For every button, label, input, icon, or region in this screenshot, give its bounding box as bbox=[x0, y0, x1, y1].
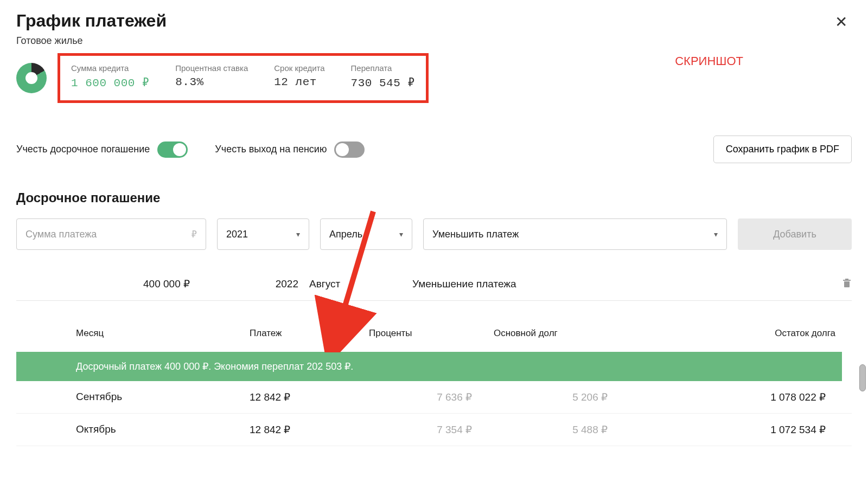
year-value: 2021 bbox=[226, 229, 248, 240]
cell-balance: 1 072 534 ₽ bbox=[618, 423, 852, 436]
stat-value: 8.3% bbox=[175, 76, 248, 88]
col-month: Месяц bbox=[76, 328, 250, 339]
chevron-down-icon: ▾ bbox=[399, 230, 403, 239]
cell-payment: 12 842 ₽ bbox=[250, 391, 369, 403]
ruble-icon: ₽ bbox=[191, 228, 197, 240]
stat-label: Переплата bbox=[351, 63, 415, 73]
stat-term: Срок кредита 12 лет bbox=[274, 63, 324, 89]
cell-interest: 7 636 ₽ bbox=[369, 391, 494, 403]
stat-label: Сумма кредита bbox=[71, 63, 149, 73]
cell-principal: 5 488 ₽ bbox=[494, 423, 618, 436]
summary-highlight-box: Сумма кредита 1 600 000 ₽ Процентная ста… bbox=[58, 53, 429, 103]
chevron-down-icon: ▾ bbox=[714, 230, 718, 239]
month-select[interactable]: Апрель ▾ bbox=[320, 218, 412, 250]
type-value: Уменьшить платеж bbox=[432, 229, 519, 240]
trash-icon[interactable] bbox=[842, 279, 852, 290]
page-title: График платежей bbox=[16, 11, 167, 31]
save-pdf-button[interactable]: Сохранить график в PDF bbox=[713, 136, 852, 163]
stat-loan-amount: Сумма кредита 1 600 000 ₽ bbox=[71, 63, 149, 89]
stat-overpayment: Переплата 730 545 ₽ bbox=[351, 63, 415, 89]
table-row: Сентябрь 12 842 ₽ 7 636 ₽ 5 206 ₽ 1 078 … bbox=[16, 381, 852, 414]
amount-placeholder: Сумма платежа bbox=[25, 229, 97, 240]
stat-value: 730 545 ₽ bbox=[351, 76, 415, 89]
close-button[interactable]: ✕ bbox=[831, 11, 852, 33]
payment-schedule-table: Месяц Платеж Проценты Основной долг Оста… bbox=[16, 328, 852, 446]
add-payment-button[interactable]: Добавить bbox=[738, 218, 852, 250]
toggle-early-repayment[interactable] bbox=[157, 141, 188, 158]
scrollbar-thumb[interactable] bbox=[859, 364, 866, 391]
cell-payment: 12 842 ₽ bbox=[250, 423, 369, 436]
col-interest: Проценты bbox=[369, 328, 494, 339]
close-icon: ✕ bbox=[835, 14, 847, 30]
stat-label: Срок кредита bbox=[274, 63, 324, 73]
cell-interest: 7 354 ₽ bbox=[369, 423, 494, 436]
existing-early-payment-row: 400 000 ₽ 2022 Август Уменьшение платежа bbox=[16, 277, 852, 301]
col-payment: Платеж bbox=[250, 328, 369, 339]
year-select[interactable]: 2021 ▾ bbox=[217, 218, 309, 250]
stat-label: Процентная ставка bbox=[175, 63, 248, 73]
loan-donut-chart bbox=[16, 63, 47, 93]
chevron-down-icon: ▾ bbox=[296, 230, 300, 239]
stat-rate: Процентная ставка 8.3% bbox=[175, 63, 248, 89]
month-value: Апрель bbox=[329, 229, 362, 240]
page-subtitle: Готовое жилье bbox=[16, 35, 167, 47]
toggle-pension[interactable] bbox=[334, 141, 365, 158]
cell-month: Сентябрь bbox=[76, 391, 250, 403]
stat-value: 1 600 000 ₽ bbox=[71, 76, 149, 89]
cell-month: Октябрь bbox=[76, 423, 250, 436]
col-balance: Остаток долга bbox=[618, 328, 852, 339]
early-repayment-title: Досрочное погашение bbox=[16, 190, 852, 205]
existing-year: 2022 bbox=[206, 278, 309, 290]
early-payment-banner: Досрочный платеж 400 000 ₽. Экономия пер… bbox=[16, 352, 842, 381]
table-row: Октябрь 12 842 ₽ 7 354 ₽ 5 488 ₽ 1 072 5… bbox=[16, 414, 852, 446]
existing-type: Уменьшение платежа bbox=[412, 278, 830, 290]
payment-amount-input[interactable]: Сумма платежа ₽ bbox=[16, 218, 206, 250]
stat-value: 12 лет bbox=[274, 76, 324, 88]
col-principal: Основной долг bbox=[494, 328, 618, 339]
toggle-early-label: Учесть досрочное погашение bbox=[16, 144, 150, 155]
reduction-type-select[interactable]: Уменьшить платеж ▾ bbox=[423, 218, 727, 250]
cell-balance: 1 078 022 ₽ bbox=[618, 391, 852, 403]
existing-month: Август bbox=[309, 278, 412, 290]
existing-amount: 400 000 ₽ bbox=[16, 278, 206, 290]
cell-principal: 5 206 ₽ bbox=[494, 391, 618, 403]
toggle-pension-label: Учесть выход на пенсию bbox=[215, 144, 327, 155]
